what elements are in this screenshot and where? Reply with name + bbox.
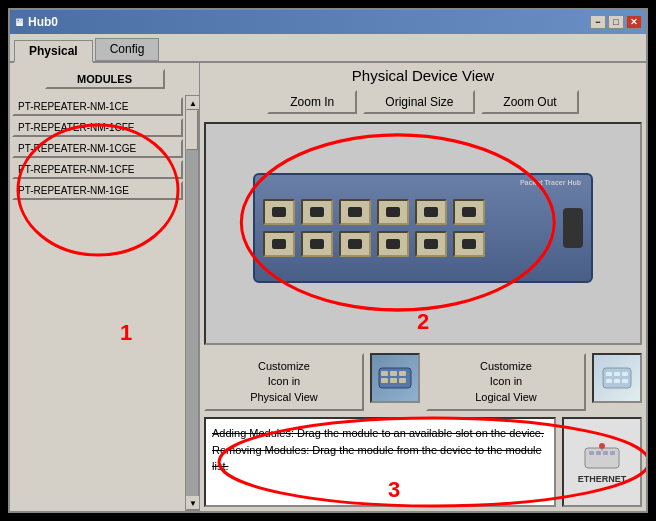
customize-logical-icon-preview bbox=[592, 353, 642, 403]
svg-rect-18 bbox=[596, 451, 601, 455]
info-box: Adding Modules: Drag the module to an av… bbox=[204, 417, 556, 507]
svg-rect-15 bbox=[622, 379, 628, 383]
zoom-in-button[interactable]: Zoom In bbox=[267, 90, 357, 114]
hub-body: Packet Tracer Hub bbox=[253, 173, 593, 283]
module-item-5[interactable]: PT-REPEATER-NM-1GE bbox=[12, 181, 183, 200]
customize-logical-button[interactable]: Customize Icon in Logical View bbox=[426, 353, 586, 411]
port-row-2 bbox=[263, 231, 583, 257]
svg-rect-13 bbox=[606, 379, 612, 383]
original-size-button[interactable]: Original Size bbox=[363, 90, 475, 114]
zoom-controls: Zoom In Original Size Zoom Out bbox=[204, 90, 642, 114]
scroll-thumb[interactable] bbox=[186, 110, 198, 150]
device-view-title: Physical Device View bbox=[204, 67, 642, 84]
svg-rect-9 bbox=[603, 368, 631, 388]
zoom-out-button[interactable]: Zoom Out bbox=[481, 90, 578, 114]
annotation-2: 2 bbox=[417, 309, 429, 335]
window-icon: 🖥 bbox=[14, 17, 24, 28]
maximize-button[interactable]: □ bbox=[608, 15, 624, 29]
port-4[interactable] bbox=[377, 199, 409, 225]
module-item-4[interactable]: PT-REPEATER-NM-1CFE bbox=[12, 160, 183, 179]
svg-rect-11 bbox=[614, 372, 620, 376]
port-6[interactable] bbox=[453, 199, 485, 225]
ports-container bbox=[263, 199, 583, 257]
module-item-2[interactable]: PT-REPEATER-NM-1CFE bbox=[12, 118, 183, 137]
port-10[interactable] bbox=[377, 231, 409, 257]
modules-header-area: MODULES bbox=[10, 63, 199, 95]
minimize-button[interactable]: − bbox=[590, 15, 606, 29]
svg-rect-12 bbox=[622, 372, 628, 376]
svg-rect-19 bbox=[603, 451, 608, 455]
svg-rect-14 bbox=[614, 379, 620, 383]
port-5[interactable] bbox=[415, 199, 447, 225]
port-2[interactable] bbox=[301, 199, 333, 225]
title-bar-text: 🖥 Hub0 bbox=[14, 15, 58, 29]
scroll-track bbox=[186, 110, 198, 496]
port-8[interactable] bbox=[301, 231, 333, 257]
link-preview: ETHERNET bbox=[562, 417, 642, 507]
tab-config[interactable]: Config bbox=[95, 38, 160, 61]
customize-physical-icon-preview bbox=[370, 353, 420, 403]
hub-label: Packet Tracer Hub bbox=[520, 179, 581, 186]
title-bar-controls: − □ ✕ bbox=[590, 15, 642, 29]
port-11[interactable] bbox=[415, 231, 447, 257]
main-window: 🖥 Hub0 − □ ✕ Physical Config MODULES PT-… bbox=[8, 8, 648, 513]
left-panel: MODULES PT-REPEATER-NM-1CE PT-REPEATER-N… bbox=[10, 63, 200, 511]
modules-button[interactable]: MODULES bbox=[45, 69, 165, 89]
port-row-1 bbox=[263, 199, 583, 225]
svg-rect-10 bbox=[606, 372, 612, 376]
left-inner: PT-REPEATER-NM-1CE PT-REPEATER-NM-1CFE P… bbox=[10, 95, 199, 511]
tab-bar: Physical Config bbox=[10, 34, 646, 63]
svg-rect-3 bbox=[381, 371, 388, 376]
right-panel: Physical Device View Zoom In Original Si… bbox=[200, 63, 646, 511]
svg-rect-17 bbox=[589, 451, 594, 455]
left-scrollbar[interactable]: ▲ ▼ bbox=[185, 95, 199, 511]
svg-rect-4 bbox=[390, 371, 397, 376]
port-7[interactable] bbox=[263, 231, 295, 257]
ethernet-icon bbox=[582, 440, 622, 470]
svg-rect-7 bbox=[390, 378, 397, 383]
customize-row: Customize Icon in Physical View bbox=[204, 353, 642, 411]
port-3[interactable] bbox=[339, 199, 371, 225]
port-9[interactable] bbox=[339, 231, 371, 257]
main-content: MODULES PT-REPEATER-NM-1CE PT-REPEATER-N… bbox=[10, 63, 646, 511]
link-label: ETHERNET bbox=[578, 474, 627, 484]
device-viewport: Packet Tracer Hub bbox=[204, 122, 642, 345]
module-list: PT-REPEATER-NM-1CE PT-REPEATER-NM-1CFE P… bbox=[10, 95, 185, 511]
module-item-1[interactable]: PT-REPEATER-NM-1CE bbox=[12, 97, 183, 116]
hub-device: Packet Tracer Hub bbox=[253, 173, 593, 293]
scroll-up-button[interactable]: ▲ bbox=[186, 96, 199, 110]
bottom-row: Adding Modules: Drag the module to an av… bbox=[204, 417, 642, 507]
window-title: Hub0 bbox=[28, 15, 58, 29]
customize-physical-button[interactable]: Customize Icon in Physical View bbox=[204, 353, 364, 411]
title-bar: 🖥 Hub0 − □ ✕ bbox=[10, 10, 646, 34]
port-1[interactable] bbox=[263, 199, 295, 225]
info-line1: Adding Modules: Drag the module to an av… bbox=[212, 427, 544, 439]
svg-rect-8 bbox=[399, 378, 406, 383]
scroll-down-button[interactable]: ▼ bbox=[186, 496, 199, 510]
svg-rect-6 bbox=[381, 378, 388, 383]
svg-rect-5 bbox=[399, 371, 406, 376]
hub-power bbox=[563, 208, 583, 248]
close-button[interactable]: ✕ bbox=[626, 15, 642, 29]
port-12[interactable] bbox=[453, 231, 485, 257]
svg-rect-20 bbox=[610, 451, 615, 455]
tab-physical[interactable]: Physical bbox=[14, 40, 93, 63]
module-item-3[interactable]: PT-REPEATER-NM-1CGE bbox=[12, 139, 183, 158]
info-text: Adding Modules: Drag the module to an av… bbox=[212, 425, 548, 475]
